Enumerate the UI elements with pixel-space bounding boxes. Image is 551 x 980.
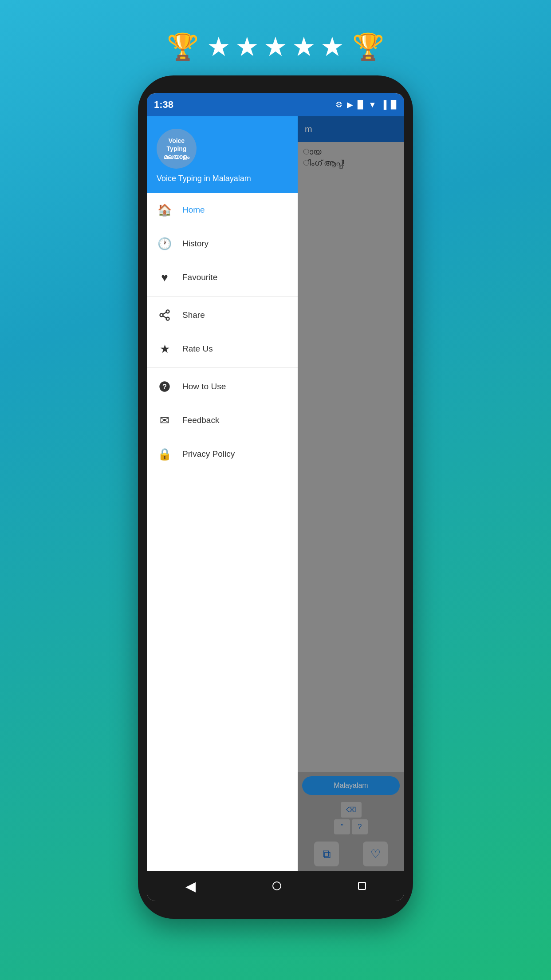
menu-label-home: Home: [182, 205, 205, 215]
menu-list: 🏠 Home 🕐 History ♥ Favourite: [147, 193, 298, 871]
stars-row: ★ ★ ★ ★ ★: [207, 31, 344, 62]
menu-divider-2: [147, 368, 298, 368]
star-2-icon: ★: [235, 31, 259, 62]
menu-label-history: History: [182, 239, 209, 249]
star-1-icon: ★: [207, 31, 231, 62]
trophy-left-icon: 🏆: [167, 32, 199, 62]
settings-status-icon: ⚙: [335, 100, 342, 110]
signal-icon: ▐: [381, 100, 386, 110]
app-title: Voice Typing in Malayalam: [157, 174, 288, 183]
play-status-icon: ▶: [347, 100, 353, 110]
menu-item-home[interactable]: 🏠 Home: [147, 193, 298, 227]
svg-line-4: [163, 312, 166, 315]
menu-item-favourite[interactable]: ♥ Favourite: [147, 261, 298, 294]
menu-item-share[interactable]: Share: [147, 298, 298, 332]
navigation-bar: ◀: [147, 871, 404, 901]
app-logo: VoiceTypingമലയാളം: [157, 129, 197, 169]
menu-divider-1: [147, 296, 298, 296]
menu-item-how-to-use[interactable]: ? How to Use: [147, 370, 298, 403]
main-content: m ായ ിംഗ് ആപ്പ്! Malayalam ⌫: [147, 116, 404, 871]
history-icon: 🕐: [157, 236, 173, 252]
feedback-icon: ✉: [157, 412, 173, 428]
star-3-icon: ★: [264, 31, 287, 62]
home-nav-button[interactable]: [272, 881, 281, 890]
logo-text: VoiceTypingമലയാളം: [164, 137, 189, 161]
rating-area: 🏆 ★ ★ ★ ★ ★ 🏆: [167, 31, 384, 62]
battery-icon: ▉: [391, 100, 397, 110]
menu-label-rate-us: Rate Us: [182, 344, 213, 354]
menu-label-favourite: Favourite: [182, 273, 217, 282]
star-4-icon: ★: [292, 31, 316, 62]
sim-status-icon: ▉: [358, 100, 364, 110]
how-to-use-icon: ?: [157, 379, 173, 395]
star-5-icon: ★: [320, 31, 344, 62]
status-time: 1:38: [154, 99, 173, 111]
trophy-right-icon: 🏆: [352, 32, 384, 62]
svg-line-3: [163, 316, 166, 318]
menu-item-feedback[interactable]: ✉ Feedback: [147, 403, 298, 437]
drawer-header: VoiceTypingമലയാളം Voice Typing in Malaya…: [147, 116, 298, 193]
drawer-scrim: [298, 116, 404, 871]
navigation-drawer: VoiceTypingമലയാളം Voice Typing in Malaya…: [147, 116, 298, 871]
svg-text:?: ?: [162, 383, 167, 391]
recents-nav-button[interactable]: [358, 882, 366, 890]
favourite-icon: ♥: [157, 269, 173, 285]
menu-label-feedback: Feedback: [182, 415, 219, 425]
menu-item-rate-us[interactable]: ★ Rate Us: [147, 332, 298, 366]
menu-item-history[interactable]: 🕐 History: [147, 227, 298, 261]
home-icon: 🏠: [157, 202, 173, 218]
status-icons: ⚙ ▶ ▉ ▼ ▐ ▉: [335, 100, 397, 110]
privacy-policy-icon: 🔒: [157, 446, 173, 462]
share-icon: [157, 307, 173, 323]
phone-frame: 1:38 ⚙ ▶ ▉ ▼ ▐ ▉ m ായ ിംഗ് ആപ്പ്!: [138, 75, 413, 919]
screen: 1:38 ⚙ ▶ ▉ ▼ ▐ ▉ m ായ ിംഗ് ആപ്പ്!: [147, 93, 404, 901]
status-bar: 1:38 ⚙ ▶ ▉ ▼ ▐ ▉: [147, 93, 404, 116]
menu-label-how-to-use: How to Use: [182, 382, 226, 391]
rate-icon: ★: [157, 341, 173, 357]
menu-label-privacy-policy: Privacy Policy: [182, 449, 235, 459]
menu-label-share: Share: [182, 310, 205, 320]
back-button[interactable]: ◀: [185, 878, 196, 894]
wifi-icon: ▼: [368, 100, 376, 110]
menu-item-privacy-policy[interactable]: 🔒 Privacy Policy: [147, 437, 298, 471]
